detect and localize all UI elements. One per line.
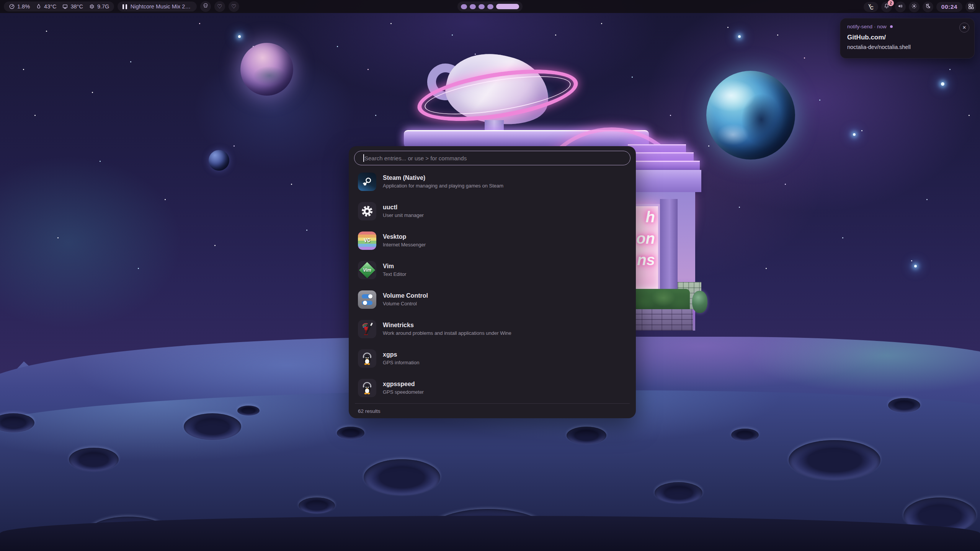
results-list: Steam (Native) Application for managing …	[354, 167, 630, 403]
item-description: Application for managing and playing gam…	[383, 183, 503, 189]
workspace-dot-3[interactable]	[479, 4, 485, 9]
toggle-track	[362, 294, 372, 298]
notification-body: noctalia-dev/noctalia.shell	[847, 44, 967, 50]
volume-button[interactable]	[895, 2, 906, 12]
do-not-disturb-button[interactable]	[923, 2, 933, 12]
app-launcher-button[interactable]	[965, 2, 976, 12]
tux-icon	[358, 349, 376, 368]
purple-planet	[240, 43, 293, 96]
list-item-volume-control[interactable]: Volume Control Volume Control	[354, 285, 630, 314]
cpu-temp-stat: 43°C	[36, 3, 56, 10]
item-description: Text Editor	[383, 271, 406, 277]
cpu-temp-value: 43°C	[44, 3, 56, 10]
close-icon: ✕	[962, 25, 966, 30]
notification-title: GitHub.com/	[847, 34, 967, 41]
notification-close-button[interactable]: ✕	[959, 23, 969, 33]
moon-slash-icon	[925, 3, 931, 11]
workspace-dot-2[interactable]	[470, 4, 476, 9]
vesktop-icon: VC	[358, 231, 376, 250]
unread-dot	[890, 25, 893, 28]
notification-badge: 2	[888, 0, 894, 6]
crater	[364, 459, 440, 496]
item-title: Winetricks	[383, 322, 511, 329]
item-description: Volume Control	[383, 301, 428, 306]
notifications-button[interactable]: 2	[881, 2, 892, 12]
bright-star	[738, 35, 741, 38]
system-stats-widget[interactable]: 1.8% 43°C 38°C 9.7G	[4, 2, 114, 11]
pause-icon	[122, 4, 127, 9]
notification-app-time: notify-send · now	[847, 24, 887, 29]
item-title: xgps	[383, 351, 419, 358]
item-description: Work around problems and install applica…	[383, 330, 511, 336]
list-item-xgpsspeed[interactable]: xgpsspeed GPS speedometer	[354, 373, 630, 403]
list-item-vesktop[interactable]: VC Vesktop Internet Messenger	[354, 226, 630, 255]
tux-icon	[358, 379, 376, 397]
brightness-button[interactable]	[909, 2, 920, 12]
item-description: User unit manager	[383, 212, 424, 218]
gear-icon	[358, 202, 376, 220]
heart-icon-button[interactable]: ♡	[214, 1, 225, 12]
earth-planet	[706, 71, 795, 160]
bright-star	[941, 82, 944, 86]
gauge-icon	[9, 3, 15, 10]
item-title: uuctl	[383, 204, 424, 211]
bright-star	[853, 133, 856, 136]
results-count: 62 results	[354, 404, 630, 414]
crater	[0, 413, 34, 432]
vim-icon-text: Vim	[363, 267, 371, 273]
item-title: Steam (Native)	[383, 174, 503, 181]
crater	[789, 440, 880, 480]
bright-star	[914, 265, 917, 267]
clock[interactable]: 00:24	[936, 2, 962, 12]
list-item-xgps[interactable]: xgps GPS information	[354, 344, 630, 373]
item-title: xgpsspeed	[383, 381, 424, 388]
skull-icon	[203, 3, 209, 10]
desktop: h on ns 1.8%	[0, 0, 980, 551]
media-title: Nightcore Music Mix 20...	[131, 3, 192, 10]
list-item-vim[interactable]: Vim Vim Text Editor	[354, 255, 630, 285]
list-item-uuctl[interactable]: uuctl User unit manager	[354, 196, 630, 226]
vim-icon: Vim	[358, 261, 376, 279]
list-item-steam[interactable]: Steam (Native) Application for managing …	[354, 167, 630, 196]
temperature-icon	[36, 3, 42, 10]
crater	[237, 406, 260, 416]
winetricks-icon	[358, 320, 376, 338]
item-title: Vesktop	[383, 233, 426, 240]
crater	[337, 427, 364, 439]
crater	[299, 497, 335, 514]
vesktop-icon-text: VC	[364, 238, 371, 244]
system-tray[interactable]: Y C	[864, 2, 878, 12]
notification-header: notify-send · now	[847, 24, 967, 29]
building-bush	[692, 291, 707, 313]
toggle-track	[362, 301, 372, 305]
heart-icon-button[interactable]: ♡	[229, 1, 239, 12]
workspace-dot-4[interactable]	[487, 4, 493, 9]
workspace-indicator[interactable]	[457, 2, 523, 11]
volume-icon	[358, 290, 376, 309]
app-launcher: Steam (Native) Application for managing …	[349, 146, 636, 418]
notification-card[interactable]: notify-send · now ✕ GitHub.com/ noctalia…	[840, 18, 975, 59]
crater	[567, 427, 606, 444]
skull-icon-button[interactable]	[200, 1, 211, 12]
media-player-widget[interactable]: Nightcore Music Mix 20...	[118, 2, 197, 11]
workspace-active-pill[interactable]	[496, 4, 519, 9]
grid-plus-icon	[968, 3, 974, 11]
memory-icon	[89, 3, 95, 10]
item-title: Volume Control	[383, 292, 428, 299]
list-item-winetricks[interactable]: Winetricks Work around problems and inst…	[354, 314, 630, 344]
top-bar-right: Y C 2 00:24	[864, 2, 976, 12]
search-input[interactable]	[354, 151, 630, 165]
workspace-dot-1[interactable]	[461, 4, 467, 9]
display-temp-icon	[62, 3, 68, 10]
item-description: GPS information	[383, 360, 419, 365]
crater	[655, 482, 702, 504]
speaker-icon	[897, 3, 903, 11]
crater	[184, 413, 241, 440]
item-title: Vim	[383, 263, 406, 270]
heart-icon: ♡	[217, 4, 222, 10]
item-description: GPS speedometer	[383, 389, 424, 395]
top-bar: 1.8% 43°C 38°C 9.7G Nightcore Music Mix …	[0, 0, 980, 13]
moon-surface-shadow	[0, 516, 980, 551]
top-bar-left: 1.8% 43°C 38°C 9.7G Nightcore Music Mix …	[4, 1, 239, 12]
gpu-temp-stat: 38°C	[62, 3, 83, 10]
